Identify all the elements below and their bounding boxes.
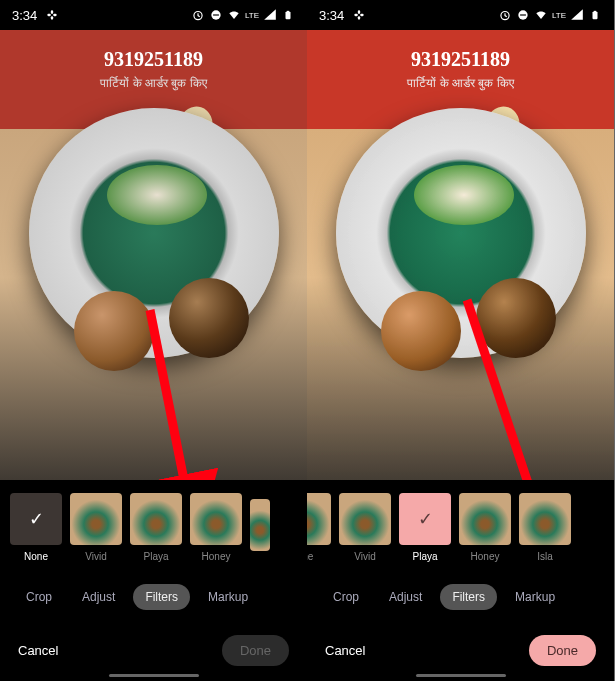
tab-crop[interactable]: Crop: [321, 584, 371, 610]
tab-adjust[interactable]: Adjust: [377, 584, 434, 610]
filter-label: Isla: [537, 551, 553, 562]
signal-icon: [263, 8, 277, 22]
tab-markup[interactable]: Markup: [503, 584, 567, 610]
check-icon: ✓: [29, 508, 44, 530]
network-label: LTE: [552, 11, 566, 20]
cancel-button[interactable]: Cancel: [18, 643, 58, 658]
filter-none[interactable]: ✓ None: [10, 493, 62, 562]
dnd-icon: [209, 8, 223, 22]
svg-rect-8: [287, 11, 290, 12]
image-preview[interactable]: 9319251189 पार्टियों के आर्डर बुक किए: [307, 30, 614, 480]
filter-vivid[interactable]: Vivid: [70, 493, 122, 562]
filter-vivid[interactable]: Vivid: [339, 493, 391, 562]
tab-filters[interactable]: Filters: [440, 584, 497, 610]
network-label: LTE: [245, 11, 259, 20]
tool-tabs: Crop Adjust Filters Markup: [0, 575, 307, 619]
tab-crop[interactable]: Crop: [14, 584, 64, 610]
svg-rect-17: [593, 12, 598, 20]
sign-subtext: पार्टियों के आर्डर बुक किए: [0, 76, 307, 90]
tab-filters[interactable]: Filters: [133, 584, 190, 610]
filter-playa[interactable]: Playa: [130, 493, 182, 562]
signal-icon: [570, 8, 584, 22]
filter-label: one: [307, 551, 313, 562]
bottom-actions: Cancel Done: [307, 619, 614, 681]
slack-icon: [352, 8, 366, 22]
wifi-icon: [534, 8, 548, 22]
svg-rect-12: [358, 10, 360, 14]
svg-rect-1: [53, 14, 57, 16]
done-button[interactable]: Done: [529, 635, 596, 666]
svg-rect-7: [286, 12, 291, 20]
bottom-actions: Cancel Done: [0, 619, 307, 681]
filter-label: Vivid: [354, 551, 376, 562]
filter-isla[interactable]: Isla: [519, 493, 571, 562]
svg-rect-10: [355, 14, 359, 16]
svg-rect-16: [520, 14, 526, 15]
tab-adjust[interactable]: Adjust: [70, 584, 127, 610]
status-bar: 3:34 LTE: [0, 0, 307, 30]
phone-screen-right: 3:34 LTE 9319251189 पार्टियों के आर्डर ब…: [307, 0, 614, 681]
svg-rect-18: [594, 11, 597, 12]
tab-markup[interactable]: Markup: [196, 584, 260, 610]
filter-label: Vivid: [85, 551, 107, 562]
alarm-icon: [191, 8, 205, 22]
battery-icon: [588, 8, 602, 22]
filters-strip[interactable]: one Vivid ✓ Playa Honey Isla: [307, 480, 614, 575]
filter-honey[interactable]: Honey: [190, 493, 242, 562]
cancel-button[interactable]: Cancel: [325, 643, 365, 658]
status-time: 3:34: [12, 8, 37, 23]
dnd-icon: [516, 8, 530, 22]
filter-honey[interactable]: Honey: [459, 493, 511, 562]
nav-handle[interactable]: [416, 674, 506, 677]
svg-rect-6: [213, 14, 219, 15]
svg-rect-3: [51, 16, 53, 20]
sign-phone: 9319251189: [307, 48, 614, 71]
status-time: 3:34: [319, 8, 344, 23]
battery-icon: [281, 8, 295, 22]
svg-rect-0: [48, 14, 52, 16]
filter-label: Honey: [471, 551, 500, 562]
filter-label: Playa: [412, 551, 437, 562]
svg-rect-13: [358, 16, 360, 20]
phone-screen-left: 3:34 LTE 9319251189 पार्टियों के आर्डर ब…: [0, 0, 307, 681]
check-icon: ✓: [418, 508, 433, 530]
alarm-icon: [498, 8, 512, 22]
filter-playa[interactable]: ✓ Playa: [399, 493, 451, 562]
nav-handle[interactable]: [109, 674, 199, 677]
sign-phone: 9319251189: [0, 48, 307, 71]
done-button: Done: [222, 635, 289, 666]
wifi-icon: [227, 8, 241, 22]
filter-none[interactable]: one: [307, 493, 331, 562]
filter-label: None: [24, 551, 48, 562]
filter-label: Playa: [143, 551, 168, 562]
tool-tabs: Crop Adjust Filters Markup: [307, 575, 614, 619]
status-bar: 3:34 LTE: [307, 0, 614, 30]
filter-label: Honey: [202, 551, 231, 562]
slack-icon: [45, 8, 59, 22]
sign-subtext: पार्टियों के आर्डर बुक किए: [307, 76, 614, 90]
image-preview[interactable]: 9319251189 पार्टियों के आर्डर बुक किए: [0, 30, 307, 480]
filters-strip[interactable]: ✓ None Vivid Playa Honey: [0, 480, 307, 575]
svg-rect-11: [360, 14, 364, 16]
svg-rect-2: [51, 10, 53, 14]
filter-partial[interactable]: [250, 499, 270, 557]
